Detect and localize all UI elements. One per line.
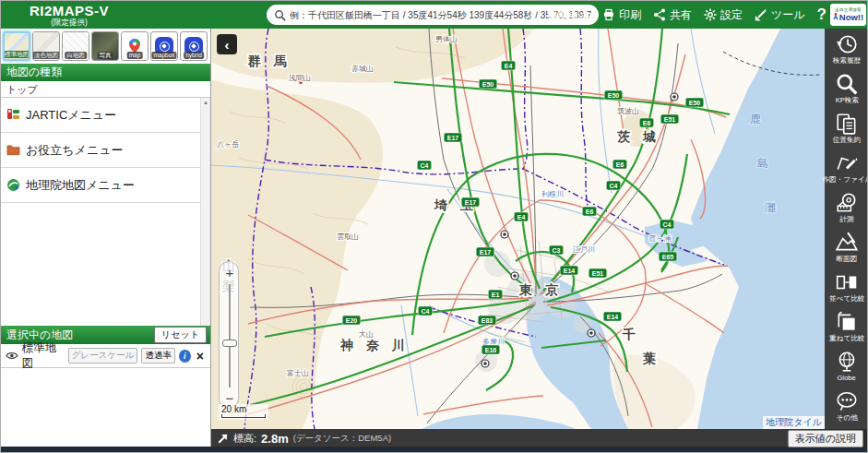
gsi-map-icon — [6, 178, 20, 192]
pen-tool-icon — [755, 8, 767, 21]
svg-text:E83: E83 — [482, 317, 493, 324]
route-badge: E83 — [478, 316, 496, 325]
route-badge: E14 — [560, 266, 578, 275]
tool-compare-side[interactable]: 並べて比較 — [825, 267, 868, 306]
route-badge: E17 — [476, 247, 494, 256]
svg-text:E65: E65 — [662, 254, 674, 260]
value-explanation-button[interactable]: 表示値の説明 — [788, 430, 863, 447]
map-attribution[interactable]: 地理院タイル — [763, 416, 825, 429]
zoom-in-button[interactable]: + — [220, 266, 240, 280]
tool-draw-file[interactable]: 作図・ファイル — [825, 148, 868, 187]
tool-position-clipboard[interactable]: 位置集約 — [825, 108, 868, 148]
map-type-label: mapbox — [151, 52, 176, 59]
svg-text:E6: E6 — [643, 120, 651, 126]
tool-kp-search[interactable]: KP検索 — [825, 68, 868, 108]
zoom-slider-handle[interactable] — [222, 340, 237, 347]
layer-info-button[interactable]: i — [179, 350, 191, 363]
map-type-label: 白地図 — [65, 52, 87, 59]
route-badge: E50 — [685, 98, 704, 107]
elevation-value: 2.8m — [261, 432, 289, 446]
map-label: 鹿 — [750, 113, 761, 125]
zoom-slider-track[interactable] — [229, 284, 231, 387]
menu-item-useful[interactable]: お役立ちメニュー — [1, 133, 210, 168]
svg-text:E17: E17 — [465, 199, 477, 206]
map-type-googlemap[interactable]: map — [121, 31, 149, 61]
traffic-now-badge[interactable]: 道路交通情報 Now!! — [830, 4, 866, 26]
layer-close-button[interactable]: × — [195, 349, 206, 364]
route-badge: E16 — [482, 345, 500, 354]
settings-button[interactable]: 設定 — [704, 7, 743, 23]
reset-button[interactable]: リセット — [154, 327, 207, 343]
map-type-standard[interactable]: 標準地図 — [3, 31, 30, 61]
grayscale-button[interactable]: グレースケール — [68, 348, 138, 364]
map-kind-section-header: 地図の種類 — [1, 64, 210, 81]
cross-section-icon — [835, 231, 859, 255]
menu-item-label: お役立ちメニュー — [26, 142, 124, 159]
magnifier-icon — [835, 72, 859, 96]
svg-text:E4: E4 — [517, 214, 526, 221]
tool-more[interactable]: その他 — [825, 386, 868, 425]
breadcrumb[interactable]: トップ — [1, 81, 210, 98]
map-type-mapbox[interactable]: mapbox — [150, 31, 178, 61]
gear-icon — [704, 8, 717, 21]
map-label: 島 — [757, 157, 768, 170]
tool-measure[interactable]: 計測 — [825, 187, 868, 227]
svg-text:E6: E6 — [586, 209, 594, 215]
map-label: 筑波山 — [617, 107, 639, 115]
map-type-pale[interactable]: 淡色地図 — [32, 31, 60, 61]
tool-cross-section[interactable]: 断面図 — [825, 227, 868, 267]
map-type-photo[interactable]: 写真 — [91, 31, 119, 61]
route-badge: E50 — [479, 79, 497, 89]
tool-compare-overlay[interactable]: 重ねて比較 — [825, 306, 868, 346]
map-label: 群 馬 — [247, 54, 291, 68]
svg-text:E6: E6 — [616, 161, 624, 168]
opacity-button[interactable]: 透過率 — [141, 348, 175, 364]
map-type-blank[interactable]: 白地図 — [62, 31, 89, 61]
menu-item-jartic[interactable]: JARTICメニュー — [1, 98, 210, 133]
map-type-bar: 標準地図 淡色地図 白地図 写真 map — [1, 29, 210, 64]
tool-search-history[interactable]: 検索履歴 — [825, 29, 868, 68]
reset-view-button[interactable]: 初期表示 — [529, 7, 590, 23]
sidebar: 標準地図 淡色地図 白地図 写真 map — [1, 29, 211, 448]
map-type-hybrid[interactable]: hybrid — [180, 31, 208, 61]
tools-button[interactable]: ツール — [755, 7, 805, 23]
elevation-label: 標高: — [233, 432, 256, 446]
now-badge-main: Now!! — [833, 13, 863, 22]
svg-text:C4: C4 — [663, 221, 672, 228]
route-badge: C4 — [418, 306, 432, 316]
map-label: 東 京 — [518, 282, 563, 297]
route-badge: E50 — [604, 90, 623, 100]
menu-scrollbar[interactable]: ▲ — [200, 98, 210, 326]
svg-text:E1: E1 — [492, 292, 500, 298]
tool-label: 位置集約 — [833, 137, 861, 144]
map-label: 雲取山 — [337, 232, 359, 241]
map-label: 江戸川 — [572, 245, 595, 254]
share-button[interactable]: 共有 — [653, 7, 692, 23]
tools-label: ツール — [771, 7, 805, 23]
tape-measure-icon — [835, 191, 859, 215]
svg-text:C4: C4 — [610, 183, 618, 189]
map-canvas[interactable]: 群 馬茨 城埼 玉東 京千葉神 奈 川山梨鹿島灘浅間山赤城山男体山筑波山八ヶ岳富… — [211, 29, 825, 429]
tool-label: 計測 — [839, 216, 853, 223]
tool-label: Globe — [838, 375, 856, 382]
scale-label: 20 km — [221, 404, 266, 414]
app-title: RI2MAPS-V — [1, 4, 137, 18]
map-label: 多摩川 — [482, 338, 505, 346]
route-badge: E51 — [660, 114, 679, 124]
eye-icon[interactable] — [6, 351, 18, 361]
menu-item-gsi[interactable]: 地理院地図メニュー — [1, 168, 210, 203]
map-label: 茨 城 — [617, 129, 660, 144]
sidebar-collapse-button[interactable]: ‹ — [217, 34, 237, 54]
map-type-label: hybrid — [184, 52, 204, 59]
route-badge: E14 — [603, 312, 622, 321]
map-label: 浅間山 — [289, 74, 311, 82]
zoom-control: + − — [219, 261, 239, 409]
draw-pencil-icon — [835, 151, 859, 175]
selected-layer-row: 標準地図 グレースケール 透過率 i × — [1, 344, 210, 368]
help-button[interactable]: ? — [817, 6, 826, 24]
tool-globe[interactable]: Globe — [825, 346, 868, 386]
scroll-up-icon[interactable]: ▲ — [201, 98, 210, 105]
zoom-out-button[interactable]: − — [220, 391, 240, 405]
map-label: 灘 — [765, 201, 776, 214]
print-button[interactable]: 印刷 — [602, 7, 641, 23]
